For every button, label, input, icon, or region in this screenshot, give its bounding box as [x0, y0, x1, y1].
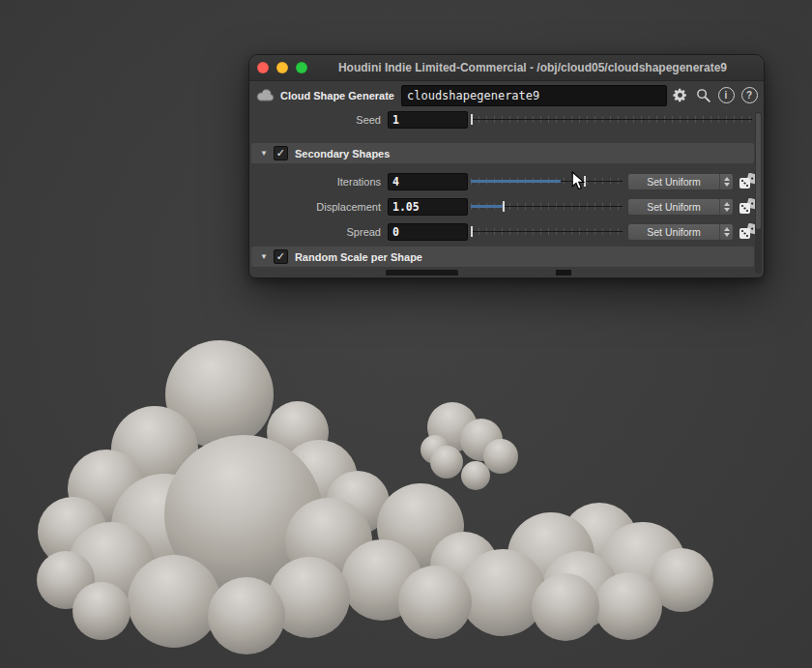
iterations-slider[interactable]: [471, 174, 623, 189]
slider-fill: [471, 205, 503, 208]
spread-set-uniform-menu[interactable]: Set Uniform: [627, 223, 734, 241]
slider-handle[interactable]: [471, 114, 473, 125]
spin-up-icon: [724, 227, 730, 231]
minimize-window-button[interactable]: [276, 62, 288, 73]
slider-track: [471, 119, 752, 120]
spread-label: Spread: [250, 226, 388, 238]
zoom-window-button[interactable]: [296, 62, 307, 73]
stepper[interactable]: [719, 174, 733, 189]
search-icon[interactable]: [692, 85, 713, 106]
gear-menu-icon[interactable]: [669, 85, 690, 106]
cloud-sphere: [208, 577, 285, 654]
slider-handle[interactable]: [584, 176, 586, 187]
stepper[interactable]: [719, 199, 733, 215]
secondary-shapes-checkbox[interactable]: ✓: [274, 146, 288, 160]
displacement-input[interactable]: [388, 198, 468, 216]
slider-handle[interactable]: [503, 201, 505, 212]
displacement-set-uniform-menu[interactable]: Set Uniform: [627, 198, 734, 216]
random-scale-checkbox[interactable]: ✓: [274, 249, 288, 264]
cloud-sphere: [532, 573, 599, 641]
iterations-set-uniform-menu[interactable]: Set Uniform: [627, 173, 734, 190]
cloud-sphere: [430, 446, 463, 479]
param-row-displacement: Displacement Set Uniform: [249, 197, 759, 216]
displacement-slider[interactable]: [471, 199, 623, 214]
cloud-sphere: [72, 582, 130, 640]
node-header-bar: Cloud Shape Generate i ?: [249, 81, 764, 109]
cloud-sphere: [459, 549, 546, 636]
spin-down-icon: [724, 183, 730, 187]
node-name-input[interactable]: [401, 85, 667, 106]
stepper[interactable]: [719, 224, 733, 240]
section-label: Random Scale per Shape: [295, 251, 422, 263]
help-icon[interactable]: ?: [739, 85, 760, 106]
close-window-button[interactable]: [257, 62, 269, 73]
chevron-down-icon[interactable]: ▼: [260, 252, 268, 261]
section-secondary-shapes[interactable]: ▼ ✓ Secondary Shapes: [251, 143, 754, 163]
cloud-sphere: [398, 566, 472, 639]
cloud-sphere: [594, 572, 662, 640]
cloud-node-icon: [255, 88, 276, 102]
houdini-desktop: Houdini Indie Limited-Commercial - /obj/…: [0, 0, 812, 668]
scrollbar-thumb[interactable]: [756, 113, 761, 229]
cloud-sphere: [461, 461, 490, 490]
param-row-iterations: Iterations Set Uniform: [249, 172, 759, 190]
slider-handle[interactable]: [471, 226, 473, 237]
section-label: Secondary Shapes: [295, 148, 390, 160]
param-row-spread: Spread Set Uniform: [249, 222, 759, 241]
spin-up-icon: [724, 202, 730, 206]
spread-input[interactable]: [388, 223, 468, 241]
chevron-down-icon[interactable]: ▼: [260, 149, 268, 158]
clipped-input: [386, 270, 458, 276]
spin-down-icon: [724, 233, 730, 237]
cloud-sphere: [128, 555, 220, 648]
slider-fill: [471, 180, 561, 183]
window-titlebar[interactable]: Houdini Indie Limited-Commercial - /obj/…: [249, 55, 764, 81]
section-random-scale-per-shape[interactable]: ▼ ✓ Random Scale per Shape: [251, 247, 754, 267]
seed-slider[interactable]: [471, 112, 752, 127]
clipped-widget: [556, 270, 571, 276]
window-title: Houdini Indie Limited-Commercial - /obj/…: [307, 61, 764, 74]
seed-input[interactable]: [388, 111, 468, 129]
parameter-window: Houdini Indie Limited-Commercial - /obj/…: [248, 54, 765, 278]
spread-slider[interactable]: [471, 224, 623, 239]
info-icon[interactable]: i: [715, 85, 737, 106]
param-row-seed: Seed: [249, 110, 752, 129]
spin-down-icon: [724, 208, 730, 212]
seed-label: Seed: [250, 114, 388, 126]
slider-track: [471, 231, 623, 232]
displacement-label: Displacement: [250, 201, 388, 213]
spin-up-icon: [724, 177, 730, 181]
iterations-input[interactable]: [388, 173, 468, 190]
iterations-label: Iterations: [250, 176, 388, 188]
node-type-label: Cloud Shape Generate: [280, 90, 394, 102]
clipped-parameter-row: [249, 270, 754, 276]
panel-scrollbar[interactable]: [755, 112, 762, 274]
